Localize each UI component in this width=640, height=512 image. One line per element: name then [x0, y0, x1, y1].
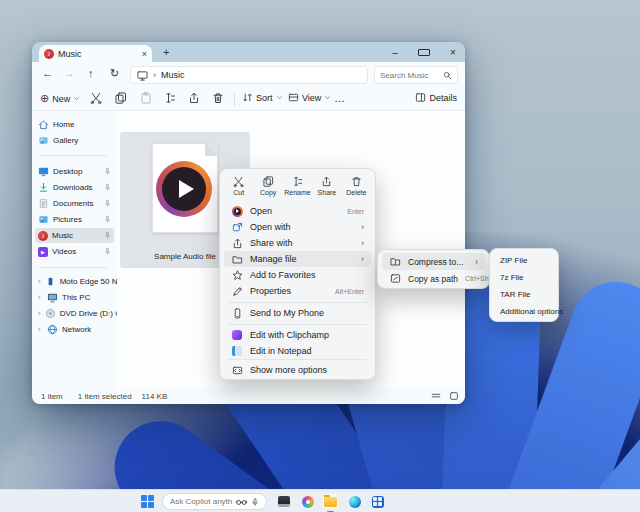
sidebar-item-dvd-drive[interactable]: › DVD Drive (D:) CCC: [35, 306, 114, 321]
quick-delete-button[interactable]: Delete: [342, 172, 371, 200]
close-button[interactable]: ×: [447, 47, 459, 58]
new-button[interactable]: ⊕ New: [40, 92, 80, 105]
sidebar-item-documents[interactable]: Documents: [35, 196, 114, 211]
sort-label: Sort: [256, 93, 273, 103]
back-button[interactable]: ←: [42, 67, 53, 79]
status-bar: 1 item 1 item selected 114 KB: [32, 388, 465, 404]
sidebar-item-music[interactable]: ♪ Music: [35, 228, 114, 243]
delete-button[interactable]: [212, 92, 224, 104]
menu-item-manage-file[interactable]: Manage file ›: [224, 251, 371, 267]
show-more-icon: [231, 365, 243, 376]
menu-item-edit-in-notepad[interactable]: Edit in Notepad: [224, 343, 371, 359]
see-more-button[interactable]: …: [334, 92, 345, 104]
quick-share-button[interactable]: Share: [312, 172, 341, 200]
sidebar-label: Gallery: [53, 136, 78, 145]
expand-chevron-icon[interactable]: ›: [38, 293, 43, 302]
submenu-item-copy-as-path[interactable]: Copy as path Ctrl+Shift+C: [382, 270, 485, 287]
sidebar-item-network[interactable]: › Network: [35, 322, 114, 337]
item-count: 1 item: [41, 392, 63, 401]
submenu-item-zip-file[interactable]: ZIP File: [494, 252, 554, 269]
search-box[interactable]: [374, 66, 458, 84]
rename-icon: [164, 92, 176, 104]
share-button[interactable]: [188, 92, 200, 104]
submenu-item-compress-to[interactable]: Compress to... ›: [382, 253, 485, 270]
taskbar-task-view-button[interactable]: [276, 494, 291, 509]
copy-button[interactable]: [115, 92, 127, 104]
sidebar-item-downloads[interactable]: Downloads: [35, 180, 114, 195]
sidebar-item-this-pc[interactable]: › This PC: [35, 290, 114, 305]
breadcrumb-chevron-icon: ›: [153, 70, 156, 80]
share-icon: [188, 92, 200, 104]
sidebar-item-home[interactable]: Home: [35, 117, 114, 132]
up-button[interactable]: ↑: [88, 67, 94, 79]
submenu-item-additional-options[interactable]: Additional options: [494, 303, 554, 320]
submenu-chevron-icon: ›: [475, 257, 478, 267]
taskbar-store-button[interactable]: [370, 494, 385, 509]
minimize-button[interactable]: –: [389, 47, 401, 58]
explorer-tab-music[interactable]: ♪ Music ×: [39, 45, 152, 62]
menu-item-share-with[interactable]: Share with ›: [224, 235, 371, 251]
menu-item-label: Send to My Phone: [250, 308, 364, 318]
paste-button[interactable]: [140, 92, 152, 104]
taskbar-file-explorer-button[interactable]: [323, 494, 338, 509]
menu-shortcut: Enter: [347, 208, 364, 215]
cut-button[interactable]: [90, 92, 102, 104]
selection-size: 114 KB: [142, 392, 168, 401]
expand-chevron-icon[interactable]: ›: [38, 325, 43, 334]
menu-item-edit-with-clipchamp[interactable]: Edit with Clipchamp: [224, 327, 371, 343]
expand-chevron-icon[interactable]: ›: [38, 277, 41, 286]
details-view-toggle[interactable]: [431, 391, 441, 401]
refresh-button[interactable]: ↻: [110, 67, 119, 80]
maximize-button[interactable]: [418, 47, 430, 58]
view-button[interactable]: View: [288, 92, 331, 103]
submenu-chevron-icon: ›: [361, 238, 364, 248]
menu-item-show-more-options[interactable]: Show more options: [224, 362, 371, 378]
menu-shortcut: Alt+Enter: [335, 288, 364, 295]
quick-cut-button[interactable]: Cut: [224, 172, 253, 200]
copilot-search-input[interactable]: [170, 497, 232, 506]
sidebar-item-pictures[interactable]: Pictures: [35, 212, 114, 227]
menu-item-add-to-favorites[interactable]: Add to Favorites: [224, 267, 371, 283]
menu-item-open-with[interactable]: Open with ›: [224, 219, 371, 235]
task-view-icon: [278, 496, 290, 507]
sidebar-label: Videos: [52, 247, 76, 256]
details-button[interactable]: Details: [415, 92, 457, 103]
sidebar-item-desktop[interactable]: Desktop: [35, 164, 114, 179]
quick-copy-button[interactable]: Copy: [253, 172, 282, 200]
sidebar-item-videos[interactable]: ▶ Videos: [35, 244, 114, 259]
copy-icon: [263, 176, 274, 187]
submenu-item-tar-file[interactable]: TAR File: [494, 286, 554, 303]
tab-close-icon[interactable]: ×: [142, 49, 147, 59]
sidebar-divider: [40, 155, 108, 156]
menu-item-send-to-my-phone[interactable]: Send to My Phone: [224, 305, 371, 321]
sidebar-item-gallery[interactable]: Gallery: [35, 133, 114, 148]
sidebar-item-moto-edge[interactable]: › Moto Edge 50 Neo: [35, 274, 114, 289]
navigation-pane: Home Gallery Desktop Downloads: [32, 111, 117, 388]
new-tab-button[interactable]: +: [163, 46, 169, 58]
expand-chevron-icon[interactable]: ›: [38, 309, 41, 318]
breadcrumb-location[interactable]: Music: [161, 70, 185, 80]
title-bar[interactable]: ♪ Music × + – ×: [32, 42, 465, 62]
rename-button[interactable]: [164, 92, 176, 104]
sort-button[interactable]: Sort: [242, 92, 283, 103]
microphone-icon[interactable]: [251, 497, 259, 507]
menu-item-properties[interactable]: Properties Alt+Enter: [224, 283, 371, 299]
menu-item-open[interactable]: Open Enter: [224, 203, 371, 219]
address-bar[interactable]: › Music: [130, 66, 368, 84]
this-pc-icon: [47, 292, 58, 303]
page-fold: [205, 143, 218, 156]
taskbar-search[interactable]: [162, 493, 267, 510]
menu-item-label: TAR File: [500, 290, 548, 299]
taskbar-edge-button[interactable]: [347, 494, 362, 509]
search-input[interactable]: [380, 71, 443, 80]
videos-icon: ▶: [38, 247, 48, 257]
submenu-item-7z-file[interactable]: 7z File: [494, 269, 554, 286]
phone-icon: [231, 308, 243, 319]
start-button[interactable]: [141, 495, 154, 508]
taskbar-photos-button[interactable]: [300, 494, 315, 509]
thumbnail-view-toggle[interactable]: [449, 391, 459, 401]
view-icon: [288, 92, 299, 103]
menu-item-label: Open: [250, 206, 340, 216]
quick-rename-button[interactable]: Rename: [283, 172, 312, 200]
forward-button[interactable]: →: [64, 67, 75, 79]
